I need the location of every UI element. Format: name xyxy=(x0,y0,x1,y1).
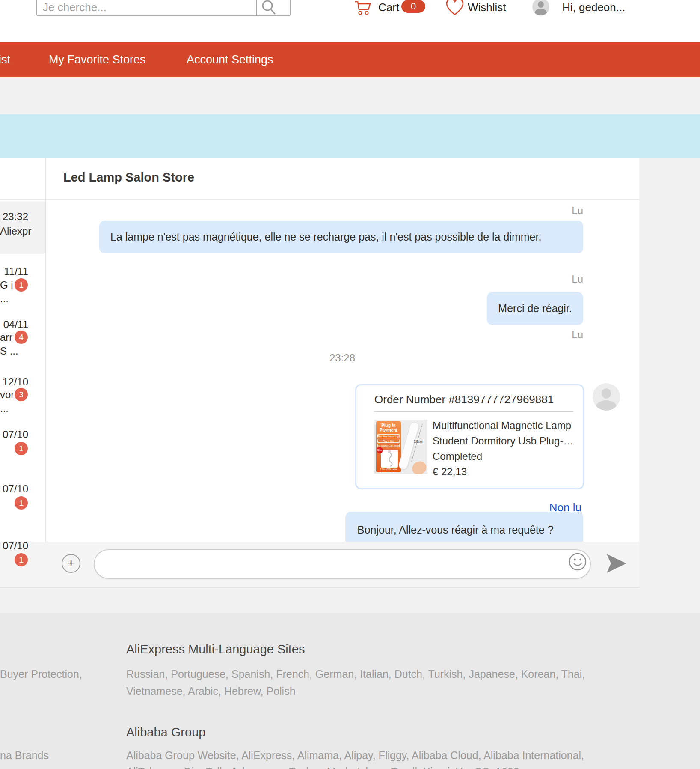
account-greeting[interactable]: Hi, gedeon... xyxy=(562,1,625,14)
avatar-person-icon xyxy=(602,388,611,399)
thumb-cable-label: 1.8m USB cable xyxy=(376,468,401,471)
thumb-cable-box xyxy=(381,450,398,468)
cart-icon[interactable] xyxy=(353,0,372,16)
thumb-head2: Payment xyxy=(380,428,397,432)
read-status: Lu xyxy=(572,273,583,285)
message-input-wrap xyxy=(94,549,591,579)
search-button[interactable] xyxy=(260,0,277,16)
conversation-name: G i xyxy=(0,279,13,291)
message-bubble: Merci de réagir. xyxy=(487,292,583,325)
send-icon xyxy=(606,568,627,575)
smiley-icon xyxy=(567,566,588,573)
conversation-time: 07/10 xyxy=(0,540,28,552)
search-box xyxy=(36,0,291,16)
order-card-divider xyxy=(374,411,573,412)
conversation-name: Aliexpr xyxy=(0,225,31,237)
footer-alibaba-links-line1[interactable]: Alibaba Group Website, AliExpress, Alima… xyxy=(126,749,584,762)
cart-count-badge: 0 xyxy=(401,0,425,13)
unread-count-badge: 4 xyxy=(15,331,28,344)
message-input[interactable] xyxy=(107,555,562,573)
main-nav: List My Favorite Stores Account Settings xyxy=(0,42,700,77)
unread-count-badge: 1 xyxy=(15,442,28,455)
conversation-name: arr xyxy=(0,331,12,343)
nav-item-account-settings[interactable]: Account Settings xyxy=(187,42,273,77)
search-input[interactable] xyxy=(42,0,249,15)
footer-multilang-links-line1[interactable]: Russian, Portuguese, Spanish, French, Ge… xyxy=(126,668,585,680)
footer-alibaba-links-line2[interactable]: AliTelecom, DingTalk, Juhuasuan, Taobao … xyxy=(126,766,519,769)
cart-label[interactable]: Cart xyxy=(378,1,399,14)
message-text: La lampe n'est pas magnétique, elle ne s… xyxy=(110,231,541,243)
message-bubble: La lampe n'est pas magnétique, elle ne s… xyxy=(99,221,583,253)
thumb-pill2: Plug In Only xyxy=(377,439,400,443)
footer-alibaba-heading: Alibaba Group xyxy=(126,725,205,739)
product-image: Plug In Payment First Gear Natural Light… xyxy=(374,420,427,474)
conversation-snippet: ... xyxy=(0,402,9,414)
conversation-time: 23:32 xyxy=(0,211,28,223)
product-title-line2: Student Dormitory Usb Plug-… xyxy=(433,433,578,449)
nav-item-list[interactable]: List xyxy=(0,42,10,77)
send-button[interactable] xyxy=(606,553,627,574)
wishlist-heart-icon[interactable] xyxy=(445,0,465,16)
product-image-orange-panel: Plug In Payment First Gear Natural Light… xyxy=(376,421,401,472)
conversation-snippet: ... xyxy=(0,293,9,305)
conversation-time: 07/10 xyxy=(0,429,28,441)
message-text: Merci de réagir. xyxy=(498,302,572,314)
wishlist-label[interactable]: Wishlist xyxy=(468,1,506,14)
emoji-button[interactable] xyxy=(567,551,588,572)
promo-banner xyxy=(0,114,700,158)
store-avatar xyxy=(593,383,620,411)
message-text: Bonjour, Allez-vous réagir à ma requête … xyxy=(357,524,554,536)
unread-count-badge: 3 xyxy=(15,388,28,401)
unread-count-badge: 1 xyxy=(15,553,28,566)
order-price: € 22,13 xyxy=(433,464,578,480)
order-status: Completed xyxy=(433,449,578,464)
thumb-pill1: First Gear Natural Light xyxy=(377,434,400,438)
footer-multilang-links-line2[interactable]: Vietnamese, Arabic, Hebrew, Polish xyxy=(126,685,296,697)
page-background-right xyxy=(639,158,700,587)
conversation-time: 12/10 xyxy=(0,376,28,388)
thumb-size-label: 26cm xyxy=(414,439,423,444)
footer-left-fragment-brands: na Brands xyxy=(0,749,49,762)
chat-store-name: Led Lamp Salon Store xyxy=(63,170,194,185)
attach-plus-button[interactable]: + xyxy=(62,554,80,573)
thumb-head1: Plug In xyxy=(381,423,395,428)
order-card[interactable]: Order Number #8139777727969881 Plug In P… xyxy=(355,384,584,489)
chat-header-divider xyxy=(0,199,639,200)
footer-multilang-heading: AliExpress Multi-Language Sites xyxy=(126,642,305,656)
product-title-line1: Multifunctional Magnetic Lamp xyxy=(433,418,578,433)
chat-timestamp: 23:28 xyxy=(45,352,639,364)
conversation-time: 11/11 xyxy=(0,265,28,277)
thumb-hand xyxy=(410,459,427,474)
search-icon xyxy=(260,10,277,18)
page-footer xyxy=(0,613,700,769)
search-separator xyxy=(256,0,257,15)
conversation-time: 07/10 xyxy=(0,483,28,495)
thumb-give-badge: Give xyxy=(377,447,383,453)
order-number: Order Number #8139777727969881 xyxy=(374,393,554,406)
unread-count-badge: 1 xyxy=(15,496,28,510)
nav-item-favorite-stores[interactable]: My Favorite Stores xyxy=(49,42,146,77)
conversation-snippet: S ... xyxy=(0,345,18,357)
footer-left-fragment-buyer-protection: Buyer Protection, xyxy=(0,668,82,680)
conversation-time: 04/11 xyxy=(0,319,28,331)
read-status: Lu xyxy=(572,329,583,341)
read-status: Lu xyxy=(572,205,583,217)
sidebar-divider xyxy=(45,158,46,587)
unread-count-badge: 1 xyxy=(15,278,28,292)
conversation-name: vor xyxy=(0,389,14,401)
